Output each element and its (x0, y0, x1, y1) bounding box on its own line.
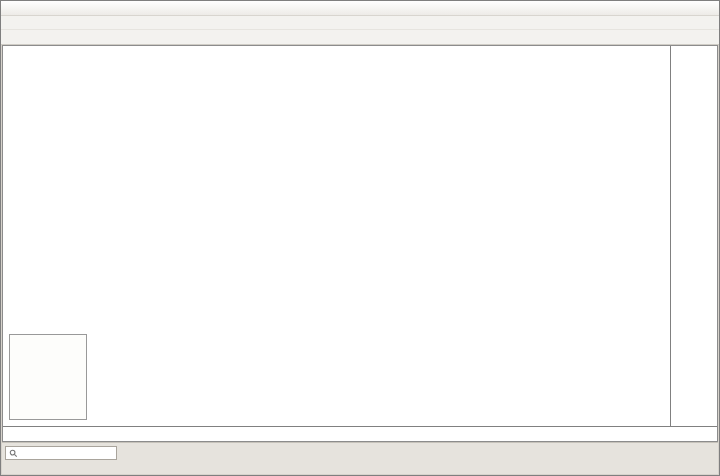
app-window (0, 0, 720, 476)
chart-plot-area[interactable] (3, 46, 670, 426)
instrument-search[interactable] (5, 446, 117, 460)
candlestick-chart (3, 46, 303, 196)
status-bar (2, 442, 718, 474)
ohlc-tooltip (9, 334, 87, 420)
chart-region (2, 45, 718, 442)
menu-bar (1, 16, 719, 29)
toolbar (1, 29, 719, 45)
time-axis[interactable] (3, 426, 717, 441)
search-input[interactable] (20, 449, 113, 458)
title-bar (1, 1, 719, 16)
price-axis[interactable] (670, 46, 717, 426)
search-icon (9, 449, 18, 458)
